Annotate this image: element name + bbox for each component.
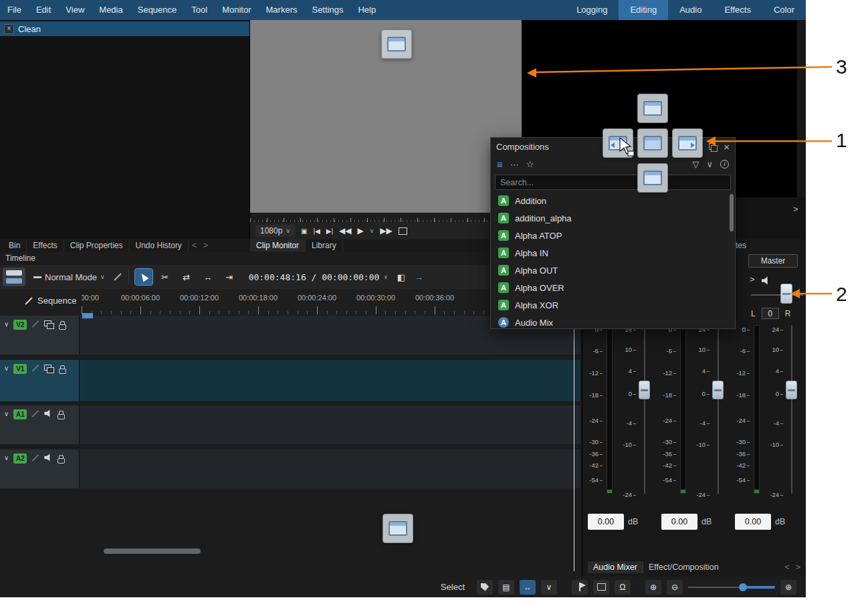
filter-chevron-icon[interactable]: ∨ [706, 159, 713, 169]
fader-track[interactable] [718, 325, 719, 494]
spacer-tool-button[interactable]: ⇄ [178, 269, 195, 285]
fader-track[interactable] [644, 325, 645, 494]
lock-icon[interactable] [59, 369, 66, 374]
more-options-icon[interactable]: ··· [510, 159, 519, 169]
track-name-badge[interactable]: V1 [13, 364, 27, 374]
db-value[interactable]: 0.00 [588, 514, 624, 530]
timeline-zone-marker[interactable] [82, 313, 93, 318]
tab-scroll-right-icon[interactable]: > [200, 239, 211, 252]
workspace-tab-editing[interactable]: Editing [619, 0, 668, 20]
track-name-badge[interactable]: V2 [13, 320, 27, 330]
menu-edit[interactable]: Edit [29, 0, 58, 20]
zone-frame-icon[interactable] [399, 227, 407, 235]
tab-scroll-left-icon[interactable]: < [189, 239, 200, 252]
move-mode-button[interactable]: ↔ [520, 580, 536, 595]
bin-clip-row[interactable]: × Clean [0, 21, 249, 36]
zoom-fit-button[interactable]: ⊕ [645, 580, 661, 595]
favorites-star-icon[interactable]: ☆ [526, 159, 534, 169]
composition-item[interactable]: AAddition [491, 192, 735, 209]
composition-item[interactable]: AAlpha IN [491, 244, 735, 262]
composition-item[interactable]: AAlpha ATOP [491, 227, 735, 244]
filter-funnel-icon[interactable]: ▽ [692, 159, 699, 169]
track-header[interactable]: ∨A1 [0, 405, 79, 444]
menu-view[interactable]: View [58, 0, 92, 20]
tab-audio-mixer[interactable]: Audio Mixer [588, 561, 643, 573]
markers-button[interactable] [572, 580, 588, 595]
panel-collapse-chevron-icon[interactable]: > [793, 204, 798, 214]
mix-icon[interactable]: ◧ [397, 272, 405, 282]
compositions-search-input[interactable] [495, 175, 731, 190]
tab-library[interactable]: Library [306, 239, 343, 252]
dock-target-right-icon[interactable] [672, 128, 703, 158]
tab-effect-composition[interactable]: Effect/Composition [643, 561, 724, 573]
track-header[interactable]: ∨A2 [0, 449, 79, 488]
mixer-tab-scroll-right-icon[interactable]: > [796, 563, 800, 572]
timeline-timecode[interactable]: 00:00:48:16 / 00:00:00:00 ∨ [249, 272, 388, 282]
lock-icon[interactable] [59, 324, 66, 330]
fader-handle[interactable] [712, 381, 724, 399]
track-collapse-chevron-icon[interactable]: ∨ [4, 410, 9, 417]
menu-file[interactable]: File [0, 0, 29, 20]
playhead-line[interactable] [574, 314, 574, 571]
preview-zone-button[interactable] [593, 580, 609, 595]
razor-tool-button[interactable]: ✂ [156, 269, 174, 285]
track-header[interactable]: ∨V2 [0, 316, 79, 355]
timeline-wand-icon[interactable] [113, 272, 122, 282]
track-collapse-chevron-icon[interactable]: ∨ [4, 454, 9, 462]
menu-settings[interactable]: Settings [304, 0, 350, 20]
zoom-in-button[interactable]: ⊕ [780, 580, 796, 595]
fader-track[interactable] [791, 325, 792, 494]
track-effects-icon[interactable] [31, 320, 39, 329]
db-value[interactable]: 0.00 [661, 514, 697, 530]
composition-item[interactable]: AAlpha XOR [491, 296, 735, 314]
dock-target-clip-monitor-icon[interactable] [381, 29, 412, 59]
menu-tool[interactable]: Tool [184, 0, 215, 20]
track-effects-icon[interactable] [31, 364, 39, 373]
track-lane[interactable] [80, 405, 580, 444]
tab-undo-history[interactable]: Undo History [130, 239, 189, 252]
timeline-horizontal-scrollbar[interactable] [104, 548, 201, 554]
edit-mode-dropdown[interactable]: Normal Mode ∨ [29, 270, 109, 284]
close-panel-icon[interactable]: × [724, 142, 730, 152]
tab-clip-monitor[interactable]: Clip Monitor [250, 239, 306, 252]
go-zone-end-icon[interactable]: ▶| [326, 227, 333, 235]
tab-effects[interactable]: Effects [27, 239, 64, 252]
workspace-tab-audio[interactable]: Audio [668, 0, 713, 20]
tab-bin[interactable]: Bin [3, 239, 27, 252]
track-name-badge[interactable]: A1 [13, 409, 27, 419]
menu-sequence[interactable]: Sequence [130, 0, 185, 20]
composition-item[interactable]: Aaddition_alpha [491, 209, 735, 227]
dock-target-timeline-icon[interactable] [383, 514, 413, 543]
clip-monitor-ruler[interactable] [250, 213, 522, 222]
mixer-tab-scroll-left-icon[interactable]: < [784, 563, 789, 572]
menu-media[interactable]: Media [92, 0, 130, 20]
compositions-scrollbar[interactable] [730, 194, 734, 231]
audio-monitor-button[interactable]: Ω [615, 580, 631, 595]
rewind-icon[interactable]: ◀◀ [339, 226, 351, 235]
menu-monitor[interactable]: Monitor [215, 0, 258, 20]
info-icon[interactable]: i [720, 160, 729, 169]
track-headers-icon[interactable] [3, 268, 25, 286]
composition-item[interactable]: AAlpha OUT [491, 262, 735, 279]
fast-forward-icon[interactable]: ▶▶ [380, 226, 392, 235]
db-value[interactable]: 0.00 [735, 514, 771, 530]
float-panel-icon[interactable] [709, 143, 716, 150]
list-view-icon[interactable]: ≡ [497, 159, 503, 170]
track-lane[interactable] [80, 449, 580, 488]
zone-play-icon[interactable]: ▣ [301, 227, 307, 235]
track-effects-icon[interactable] [31, 409, 39, 419]
zoom-out-button[interactable]: ⊖ [667, 580, 683, 595]
track-collapse-chevron-icon[interactable]: ∨ [4, 320, 9, 328]
speaker-icon[interactable] [44, 409, 53, 417]
resolution-dropdown[interactable]: 1080p ∨ [255, 225, 295, 237]
play-options-chevron-icon[interactable]: ∨ [370, 227, 374, 234]
ripple-tool-button[interactable]: ⇥ [221, 269, 238, 285]
go-zone-start-icon[interactable]: |◀ [313, 227, 320, 235]
composition-item[interactable]: AAlpha OVER [491, 279, 735, 296]
tag-button[interactable] [477, 580, 493, 595]
dock-target-center-icon[interactable] [637, 128, 668, 158]
composite-icon[interactable] [44, 365, 54, 373]
fader-handle[interactable] [786, 381, 797, 399]
track-lane[interactable] [80, 360, 580, 401]
track-header[interactable]: ∨V1 [0, 360, 79, 401]
